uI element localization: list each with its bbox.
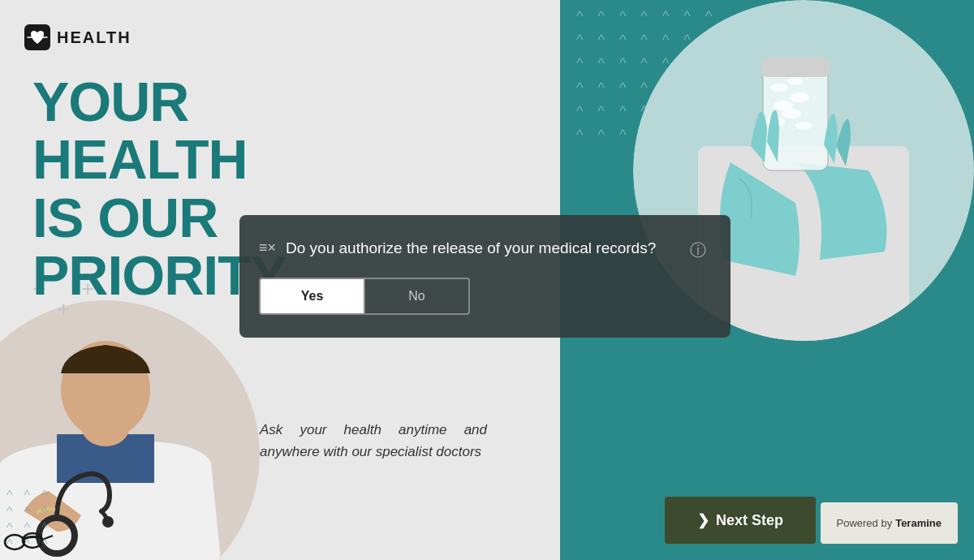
powered-by-badge: Powered by Teramine <box>821 502 959 544</box>
powered-by-prefix: Powered by <box>837 517 893 529</box>
modal-header: ≡× Do you authorize the release of your … <box>259 238 706 261</box>
svg-point-7 <box>782 109 801 118</box>
info-icon[interactable]: ⓘ <box>690 239 706 261</box>
next-step-button[interactable]: ❯ Next Step <box>665 497 816 544</box>
authorization-modal: ≡× Do you authorize the release of your … <box>239 215 730 338</box>
next-step-label: Next Step <box>716 512 783 529</box>
svg-rect-4 <box>761 57 830 77</box>
filter-icon: ≡× <box>259 239 276 256</box>
tagline: Ask your health anytime and anywhere wit… <box>260 419 487 463</box>
powered-by-brand: Teramine <box>895 517 942 529</box>
svg-point-11 <box>787 77 804 85</box>
svg-point-6 <box>790 93 809 102</box>
hero-line1: YOUR <box>32 73 287 131</box>
no-button[interactable]: No <box>365 278 470 315</box>
chevrons-bottom-left: ^^^ ^^^ ^^^ ^^^ <box>0 482 54 560</box>
modal-buttons: Yes No <box>259 278 470 315</box>
logo: HEALTH <box>24 24 131 50</box>
modal-question: Do you authorize the release of your med… <box>286 238 656 260</box>
svg-point-10 <box>770 84 788 92</box>
next-step-arrow: ❯ <box>697 511 709 529</box>
hero-line2: HEALTH <box>32 131 287 188</box>
modal-header-left: ≡× Do you authorize the release of your … <box>259 238 656 260</box>
svg-point-9 <box>795 122 812 130</box>
svg-point-18 <box>102 516 114 528</box>
yes-button[interactable]: Yes <box>259 278 365 315</box>
logo-text: HEALTH <box>57 28 131 47</box>
heartbeat-icon <box>24 24 50 50</box>
